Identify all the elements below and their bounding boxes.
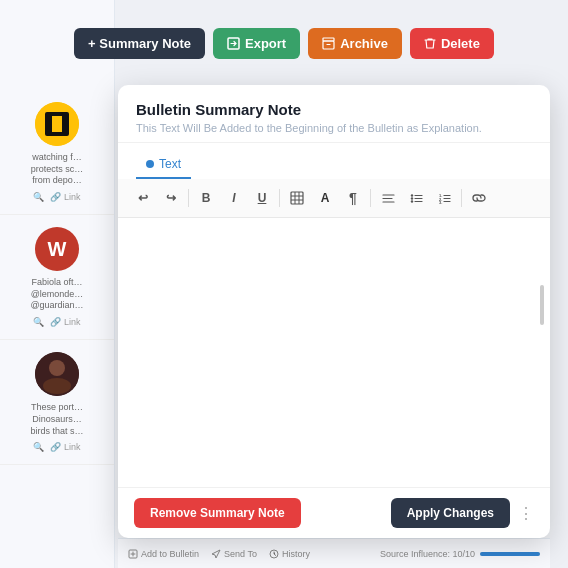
editor-content[interactable] [118,218,550,487]
send-to-icon [211,549,221,559]
add-to-bulletin-button[interactable]: Add to Bulletin [128,549,199,559]
link-icon-1[interactable]: 🔗 Link [50,192,80,202]
undo-button[interactable]: ↩ [130,185,156,211]
svg-point-5 [43,378,71,394]
sidebar-item-2: W Fabiola oft…@lemonde…@guardian… 🔍 🔗 Li… [0,215,114,340]
sidebar-item-2-text: Fabiola oft…@lemonde…@guardian… [30,277,83,312]
redo-button[interactable]: ↪ [158,185,184,211]
influence-bar-fill [480,552,540,556]
avatar-2: W [35,227,79,271]
zoom-icon-1[interactable]: 🔍 [33,192,44,202]
paragraph-button[interactable]: ¶ [340,185,366,211]
link-button[interactable] [466,185,492,211]
archive-button[interactable]: Archive [308,28,402,59]
top-toolbar: + Summary Note Export Archive Delete [0,28,568,59]
svg-point-17 [410,194,412,196]
export-button[interactable]: Export [213,28,300,59]
sidebar: watching f…protects sc…from depo… 🔍 🔗 Li… [0,0,115,568]
numbered-list-button[interactable]: 1. 2. 3. [431,185,457,211]
send-to-button[interactable]: Send To [211,549,257,559]
table-icon [290,191,304,205]
bullet-list-icon [410,193,423,204]
apply-changes-button[interactable]: Apply Changes [391,498,510,528]
add-to-bulletin-icon [128,549,138,559]
modal-header: Bulletin Summary Note This Text Will Be … [118,85,550,143]
sep-3 [370,189,371,207]
zoom-icon-2[interactable]: 🔍 [33,317,44,327]
svg-text:3.: 3. [439,200,442,204]
influence-container: Source Influence: 10/10 [380,549,540,559]
bottom-bar: Add to Bulletin Send To History Source I… [118,538,550,568]
sidebar-item-3: These port…Dinosaurs…birds that s… 🔍 🔗 L… [0,340,114,465]
svg-point-4 [49,360,65,376]
history-label: History [282,549,310,559]
summary-note-button[interactable]: + Summary Note [74,28,205,59]
table-button[interactable] [284,185,310,211]
sidebar-item-3-text: These port…Dinosaurs…birds that s… [30,402,83,437]
tab-bar: Text [118,143,550,179]
sidebar-item-1: watching f…protects sc…from depo… 🔍 🔗 Li… [0,90,114,215]
history-button[interactable]: History [269,549,310,559]
svg-point-19 [410,200,412,202]
delete-button[interactable]: Delete [410,28,494,59]
sidebar-item-1-text: watching f…protects sc…from depo… [31,152,84,187]
svg-rect-9 [291,192,303,204]
archive-icon [322,37,335,50]
svg-rect-2 [52,116,62,132]
export-icon [227,37,240,50]
bullet-list-button[interactable] [403,185,429,211]
scroll-thumb [540,285,544,325]
history-icon [269,549,279,559]
influence-label: Source Influence: 10/10 [380,549,475,559]
delete-icon [424,37,436,50]
influence-bar [480,552,540,556]
modal-footer: Remove Summary Note Apply Changes ⋮ [118,487,550,538]
tab-dot [146,160,154,168]
align-button[interactable] [375,185,401,211]
sep-2 [279,189,280,207]
more-options-button[interactable]: ⋮ [518,504,534,523]
link-icon-3[interactable]: 🔗 Link [50,442,80,452]
sep-1 [188,189,189,207]
modal: Bulletin Summary Note This Text Will Be … [118,85,550,538]
svg-rect-8 [323,38,334,41]
sep-4 [461,189,462,207]
bold-button[interactable]: B [193,185,219,211]
zoom-icon-3[interactable]: 🔍 [33,442,44,452]
font-color-button[interactable]: A [312,185,338,211]
link-icon-2[interactable]: 🔗 Link [50,317,80,327]
editor-toolbar: ↩ ↪ B I U A ¶ [118,179,550,218]
align-icon [382,193,395,204]
numbered-list-icon: 1. 2. 3. [438,193,451,204]
avatar-3 [35,352,79,396]
modal-title: Bulletin Summary Note [136,101,532,118]
tab-text[interactable]: Text [136,151,191,179]
svg-point-18 [410,197,412,199]
send-to-label: Send To [224,549,257,559]
italic-button[interactable]: I [221,185,247,211]
avatar-1 [35,102,79,146]
remove-summary-note-button[interactable]: Remove Summary Note [134,498,301,528]
scroll-indicator [539,285,545,488]
modal-subtitle: This Text Will Be Added to the Beginning… [136,122,532,134]
add-to-bulletin-label: Add to Bulletin [141,549,199,559]
link-icon [472,193,486,203]
underline-button[interactable]: U [249,185,275,211]
